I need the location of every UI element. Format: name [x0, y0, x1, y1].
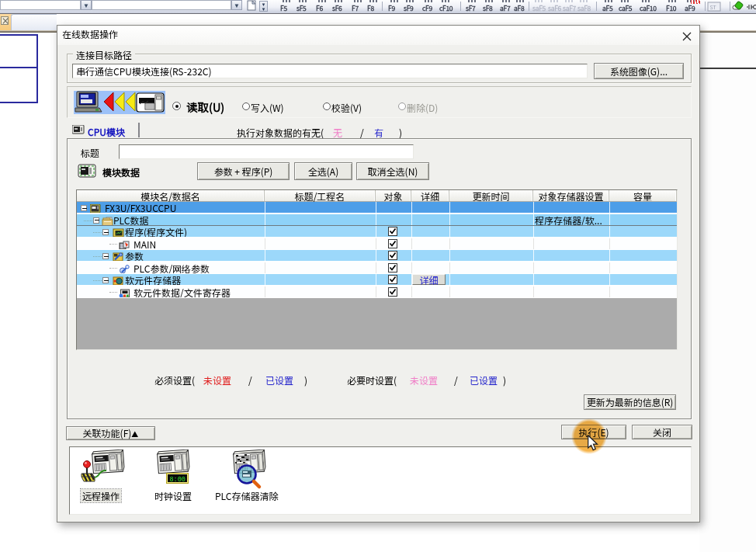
svg-text:ST: ST: [710, 3, 716, 11]
svg-text:8:00: 8:00: [170, 476, 186, 484]
